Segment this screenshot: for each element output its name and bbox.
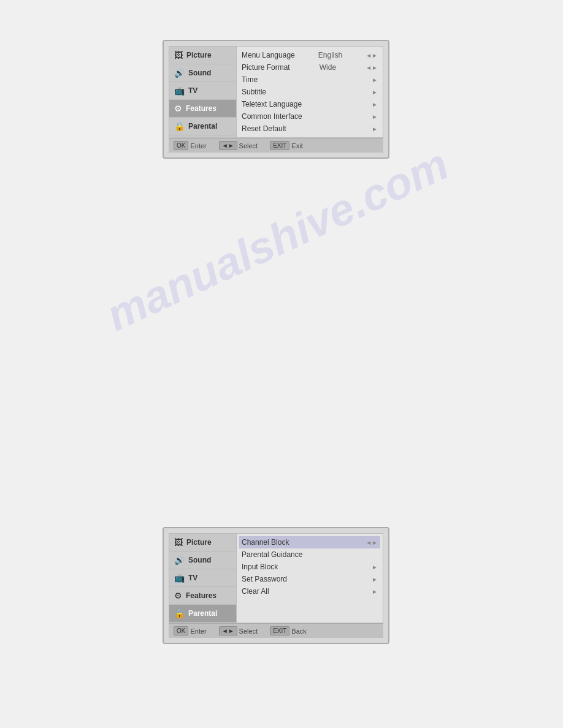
bottom-footer-back: EXIT Back	[270, 626, 307, 635]
bottom-sidebar-item-picture[interactable]: 🖼 Picture	[169, 534, 236, 552]
top-menu-footer: OK Enter ◄► Select EXIT Exit	[169, 138, 383, 153]
menu-row-channel-block[interactable]: Channel Block ◄►	[239, 536, 380, 548]
sidebar-item-parental[interactable]: 🔒 Parental	[169, 118, 236, 135]
picture-icon: 🖼	[174, 50, 183, 60]
bottom-sidebar-item-parental-label: Parental	[188, 609, 217, 618]
menu-row-set-password-arrow: ►	[372, 576, 378, 583]
menu-row-time-arrow: ►	[372, 77, 378, 83]
exit-key: EXIT	[270, 141, 289, 150]
menu-row-subtitle-label: Subtitle	[242, 88, 266, 96]
menu-row-menu-language-arrow: ◄►	[366, 52, 378, 59]
bottom-select-key: ◄►	[219, 626, 237, 635]
menu-row-parental-guidance-label: Parental Guidance	[242, 550, 302, 559]
bottom-picture-icon: 🖼	[174, 537, 183, 547]
sidebar-item-picture-label: Picture	[186, 51, 212, 59]
sidebar-item-features-label: Features	[186, 104, 216, 113]
sidebar-item-sound[interactable]: 🔊 Sound	[169, 64, 236, 82]
bottom-sidebar-item-sound[interactable]: 🔊 Sound	[169, 552, 236, 569]
bottom-sidebar-item-parental[interactable]: 🔒 Parental	[169, 605, 236, 623]
menu-row-common-interface-arrow: ►	[372, 113, 378, 120]
sidebar-item-sound-label: Sound	[188, 69, 211, 77]
bottom-sidebar-item-tv[interactable]: 📺 TV	[169, 569, 236, 587]
bottom-ok-key: OK	[174, 626, 188, 635]
bottom-sidebar-item-features[interactable]: ⚙ Features	[169, 587, 236, 605]
bottom-footer-select: ◄► Select	[219, 626, 258, 635]
bottom-ok-label: Enter	[190, 628, 206, 635]
menu-row-picture-format-value: Wide	[320, 63, 336, 72]
menu-row-reset-default-arrow: ►	[372, 126, 378, 132]
footer-ok: OK Enter	[174, 141, 207, 150]
menu-row-picture-format-label: Picture Format	[242, 63, 290, 72]
bottom-menu: 🖼 Picture 🔊 Sound 📺 TV ⚙ Features 🔒 Pare…	[163, 527, 389, 644]
menu-row-time[interactable]: Time ►	[242, 74, 378, 86]
watermark: manualshive.com	[99, 138, 456, 341]
menu-row-input-block-label: Input Block	[242, 563, 278, 571]
bottom-sidebar-item-features-label: Features	[186, 591, 216, 600]
menu-row-set-password-label: Set Password	[242, 575, 287, 583]
top-menu-content: Menu Language English ◄► Picture Format …	[237, 47, 383, 137]
bottom-sound-icon: 🔊	[174, 555, 185, 565]
menu-row-subtitle[interactable]: Subtitle ►	[242, 86, 378, 98]
menu-row-menu-language[interactable]: Menu Language English ◄►	[242, 49, 378, 61]
sidebar-item-parental-label: Parental	[188, 122, 217, 131]
sidebar-item-features[interactable]: ⚙ Features	[169, 100, 236, 118]
bottom-menu-content: Channel Block ◄► Parental Guidance Input…	[237, 534, 383, 623]
menu-row-input-block-arrow: ►	[372, 564, 378, 571]
bottom-back-label: Back	[291, 628, 306, 635]
menu-row-picture-format-arrow: ◄►	[366, 64, 378, 71]
sidebar-item-picture[interactable]: 🖼 Picture	[169, 47, 236, 64]
menu-row-input-block[interactable]: Input Block ►	[242, 561, 378, 573]
bottom-menu-inner: 🖼 Picture 🔊 Sound 📺 TV ⚙ Features 🔒 Pare…	[169, 533, 383, 623]
menu-row-channel-block-label: Channel Block	[242, 538, 289, 547]
features-icon: ⚙	[174, 104, 182, 113]
bottom-back-key: EXIT	[270, 626, 289, 635]
top-menu: 🖼 Picture 🔊 Sound 📺 TV ⚙ Features 🔒 Pare…	[163, 40, 389, 159]
menu-row-menu-language-label: Menu Language	[242, 51, 295, 59]
menu-row-reset-default-label: Reset Default	[242, 124, 286, 133]
bottom-parental-icon: 🔒	[174, 609, 185, 618]
menu-row-set-password[interactable]: Set Password ►	[242, 573, 378, 585]
top-menu-sidebar: 🖼 Picture 🔊 Sound 📺 TV ⚙ Features 🔒 Pare…	[169, 47, 237, 137]
menu-row-clear-all-arrow: ►	[372, 588, 378, 595]
ok-label: Enter	[190, 142, 206, 150]
menu-row-time-label: Time	[242, 75, 258, 84]
menu-row-subtitle-arrow: ►	[372, 89, 378, 96]
sound-icon: 🔊	[174, 68, 185, 78]
ok-key: OK	[174, 141, 188, 150]
bottom-footer-ok: OK Enter	[174, 626, 207, 635]
footer-exit: EXIT Exit	[270, 141, 303, 150]
bottom-sidebar-item-picture-label: Picture	[186, 538, 212, 547]
menu-row-clear-all[interactable]: Clear All ►	[242, 585, 378, 597]
bottom-menu-footer: OK Enter ◄► Select EXIT Back	[169, 623, 383, 638]
menu-row-common-interface[interactable]: Common Interface ►	[242, 110, 378, 123]
menu-row-reset-default[interactable]: Reset Default ►	[242, 123, 378, 135]
menu-row-teletext-arrow: ►	[372, 101, 378, 108]
bottom-select-label: Select	[239, 628, 258, 635]
menu-row-teletext-label: Teletext Language	[242, 100, 302, 108]
sidebar-item-tv[interactable]: 📺 TV	[169, 82, 236, 100]
bottom-sidebar-item-sound-label: Sound	[188, 556, 211, 564]
select-key: ◄►	[219, 141, 237, 150]
menu-row-clear-all-label: Clear All	[242, 587, 269, 596]
bottom-sidebar-item-tv-label: TV	[188, 574, 197, 582]
select-label: Select	[239, 142, 258, 150]
menu-row-teletext[interactable]: Teletext Language ►	[242, 98, 378, 110]
tv-icon: 📺	[174, 86, 185, 96]
bottom-features-icon: ⚙	[174, 591, 182, 601]
footer-select: ◄► Select	[219, 141, 258, 150]
sidebar-item-tv-label: TV	[188, 86, 197, 95]
bottom-menu-sidebar: 🖼 Picture 🔊 Sound 📺 TV ⚙ Features 🔒 Pare…	[169, 534, 237, 623]
menu-row-menu-language-value: English	[318, 51, 342, 59]
top-menu-inner: 🖼 Picture 🔊 Sound 📺 TV ⚙ Features 🔒 Pare…	[169, 46, 383, 138]
menu-row-channel-block-arrow: ◄►	[366, 539, 378, 546]
menu-row-parental-guidance[interactable]: Parental Guidance	[242, 548, 378, 561]
exit-label: Exit	[291, 142, 302, 150]
bottom-tv-icon: 📺	[174, 573, 185, 583]
parental-icon: 🔒	[174, 121, 185, 131]
menu-row-common-interface-label: Common Interface	[242, 112, 302, 121]
menu-row-picture-format[interactable]: Picture Format Wide ◄►	[242, 61, 378, 74]
